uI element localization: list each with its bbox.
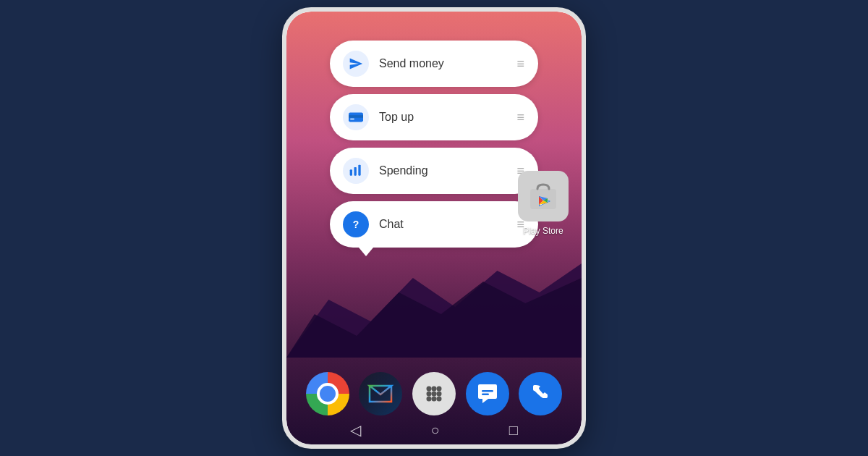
svg-rect-4: [350, 118, 354, 119]
svg-point-23: [436, 392, 441, 397]
chat-label: Chat: [379, 218, 511, 231]
top-up-icon: [349, 112, 363, 122]
play-store-container[interactable]: Play Store: [518, 171, 569, 236]
shortcuts-container: Send money ≡ Top up ≡: [330, 41, 538, 248]
dock-chrome[interactable]: [306, 372, 349, 415]
mountain-silhouette: [286, 242, 582, 358]
home-icon[interactable]: ○: [430, 422, 439, 439]
svg-point-24: [426, 397, 431, 402]
phone-screen: Send money ≡ Top up ≡: [286, 12, 582, 444]
top-up-icon-bg: [343, 104, 369, 130]
chat-icon-bg: ?: [343, 211, 369, 237]
spending-label: Spending: [379, 164, 511, 177]
shortcut-send-money[interactable]: Send money ≡: [330, 41, 538, 87]
dock-phone[interactable]: [519, 372, 562, 415]
send-money-icon: [349, 56, 363, 71]
top-up-handle: ≡: [516, 110, 525, 125]
svg-point-25: [431, 397, 436, 402]
svg-rect-27: [482, 390, 493, 392]
svg-point-19: [431, 387, 436, 392]
send-money-icon-bg: [343, 51, 369, 77]
shortcut-chat[interactable]: ? Chat ≡: [330, 201, 538, 248]
back-icon[interactable]: ◁: [350, 421, 361, 439]
svg-rect-7: [358, 165, 360, 176]
svg-marker-17: [370, 386, 391, 394]
send-money-label: Send money: [379, 57, 511, 70]
recents-icon[interactable]: □: [509, 422, 518, 439]
svg-rect-3: [349, 115, 363, 118]
svg-point-21: [426, 392, 431, 397]
svg-point-26: [436, 397, 441, 402]
phone-container: Send money ≡ Top up ≡: [282, 7, 586, 449]
svg-rect-6: [354, 167, 357, 176]
svg-point-18: [426, 387, 431, 392]
spending-icon: [349, 164, 363, 178]
shortcut-spending[interactable]: Spending ≡: [330, 148, 538, 194]
svg-rect-5: [350, 169, 352, 175]
play-store-icon: [518, 171, 569, 221]
top-up-label: Top up: [379, 111, 511, 124]
shortcut-top-up[interactable]: Top up ≡: [330, 94, 538, 140]
nav-bar: ◁ ○ □: [286, 421, 582, 439]
dock-container: [286, 372, 582, 415]
chat-icon: ?: [353, 219, 359, 230]
spending-icon-bg: [343, 158, 369, 184]
svg-point-22: [431, 392, 436, 397]
dock-inbox[interactable]: [359, 372, 402, 415]
svg-rect-28: [482, 394, 489, 396]
dock-apps[interactable]: [412, 372, 456, 415]
play-store-label: Play Store: [523, 226, 563, 236]
dock-messages[interactable]: [466, 372, 509, 415]
svg-point-20: [436, 387, 441, 392]
send-money-handle: ≡: [516, 56, 525, 72]
